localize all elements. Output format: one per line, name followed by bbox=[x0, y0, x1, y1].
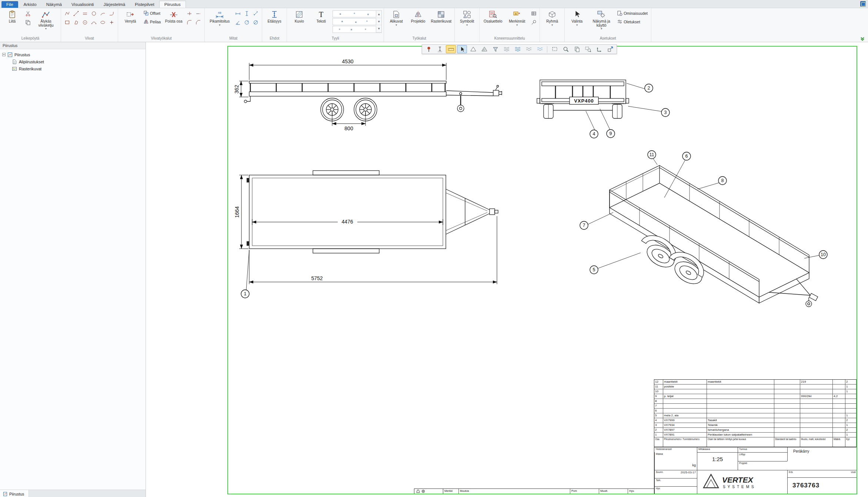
tab-pistepilvet[interactable]: Pistepilvet bbox=[130, 1, 159, 8]
offset-button[interactable]: Offset bbox=[142, 9, 162, 17]
annotation-cursor-button[interactable] bbox=[435, 45, 445, 53]
plan-view[interactable] bbox=[247, 171, 498, 253]
style-swatch-1[interactable] bbox=[333, 10, 376, 17]
copy-button[interactable] bbox=[24, 18, 32, 26]
balloon-2[interactable]: 2 bbox=[627, 83, 653, 92]
vertical-dim-button[interactable] bbox=[243, 9, 251, 17]
ruler-button[interactable] bbox=[446, 45, 456, 53]
bom-table-button[interactable] bbox=[530, 9, 538, 17]
triangle-tool-button[interactable] bbox=[468, 45, 478, 53]
properties-button[interactable]: Ominaisuudet bbox=[615, 9, 649, 17]
model-plate-label[interactable]: VXP400 bbox=[574, 98, 594, 104]
tab-arkisto[interactable]: Arkisto bbox=[19, 1, 41, 8]
parts-list-button[interactable]: Osaluettelo bbox=[481, 9, 504, 34]
tab-jarjestelma[interactable]: Järjestelmä bbox=[99, 1, 130, 8]
horizontal-dim-button[interactable] bbox=[234, 9, 242, 17]
polygon-tool-button[interactable] bbox=[72, 18, 80, 26]
rectangle-tool-button[interactable] bbox=[63, 18, 71, 26]
dim-label-4476[interactable]: 4476 bbox=[341, 219, 353, 225]
pin-button[interactable] bbox=[424, 45, 434, 53]
dimension-1664[interactable] bbox=[239, 175, 248, 249]
polyline-tool-button[interactable] bbox=[63, 9, 71, 17]
diameter-dim-button[interactable] bbox=[251, 18, 260, 26]
marquee-select-button[interactable] bbox=[550, 45, 560, 53]
dimension-4530[interactable] bbox=[249, 63, 446, 80]
gallery-up-icon[interactable]: ▲ bbox=[376, 11, 381, 18]
collapse-icon[interactable] bbox=[2, 53, 6, 56]
balloon-11[interactable]: 11 bbox=[648, 151, 657, 165]
dimension-362[interactable] bbox=[239, 81, 248, 97]
chamfer-tool-button[interactable] bbox=[194, 18, 202, 26]
filter-button[interactable] bbox=[490, 45, 500, 53]
ellipse-tool-button[interactable] bbox=[99, 18, 107, 26]
aligned-dim-button[interactable] bbox=[251, 9, 260, 17]
selection-button[interactable]: Valinta ▼ bbox=[567, 9, 587, 34]
arc-tool-button[interactable] bbox=[99, 9, 107, 17]
text-button[interactable]: T Teksti bbox=[311, 9, 331, 34]
panel-tab-piirustus[interactable]: Piirustus bbox=[0, 490, 29, 497]
balloon-1[interactable]: 1 bbox=[241, 250, 249, 298]
dim-label-362[interactable]: 362 bbox=[234, 85, 240, 94]
angle-dim-button[interactable] bbox=[234, 18, 242, 26]
copy-view-button[interactable] bbox=[572, 45, 582, 53]
side-view[interactable] bbox=[244, 81, 502, 121]
balloon-6[interactable]: 6 bbox=[664, 152, 691, 198]
extend-tool-button[interactable] bbox=[194, 9, 202, 17]
group-button[interactable]: Ryhmä ▼ bbox=[542, 9, 562, 34]
tab-file[interactable]: File bbox=[1, 1, 18, 8]
hatch-triangle-button[interactable] bbox=[479, 45, 489, 53]
fillet-tool-button[interactable] bbox=[185, 18, 193, 26]
gallery-expand-icon[interactable]: ▼ bbox=[376, 25, 381, 33]
tangent-arc-tool-button[interactable] bbox=[107, 9, 116, 17]
annotations-button[interactable]: A Merkinnät ▼ bbox=[505, 9, 528, 34]
app-help-icon[interactable] bbox=[860, 1, 866, 7]
select-arrow-button[interactable] bbox=[457, 45, 467, 53]
balloon-5[interactable]: 5 bbox=[590, 253, 641, 274]
smart-polyline-button[interactable]: Älykäs viivaketju ▼ bbox=[33, 9, 59, 34]
isometric-view[interactable] bbox=[610, 165, 818, 307]
tree-item-alipiirustukset[interactable]: Alipiirustukset bbox=[12, 58, 143, 65]
balloon-tag-button[interactable] bbox=[530, 18, 538, 26]
projection-button[interactable]: Projektio bbox=[408, 9, 428, 34]
move-view-button[interactable] bbox=[605, 45, 615, 53]
dim-label-4530[interactable]: 4530 bbox=[342, 58, 353, 64]
title-block[interactable]: 12maantiekitmaantiekit2192 11posliste1 1… bbox=[654, 379, 857, 494]
dim-label-800[interactable]: 800 bbox=[344, 125, 353, 131]
ribbon-collapse-icon[interactable] bbox=[860, 36, 865, 41]
zoom-window-button[interactable] bbox=[583, 45, 593, 53]
tab-nakyma[interactable]: Näkymä bbox=[41, 1, 67, 8]
tab-piirustus[interactable]: Piirustus bbox=[159, 1, 186, 8]
drawing-sheet[interactable]: 4530 362 800 bbox=[227, 46, 857, 494]
mirror-button[interactable]: Peilaa bbox=[142, 18, 162, 26]
drawing-canvas[interactable]: 4530 362 800 bbox=[146, 42, 868, 497]
distance-button[interactable]: Etäisyys bbox=[264, 9, 285, 34]
stretch-button[interactable]: Venytä bbox=[120, 9, 141, 34]
axes-button[interactable] bbox=[594, 45, 604, 53]
paste-button[interactable]: Liitä bbox=[2, 9, 23, 34]
pattern-button[interactable]: Kuvio bbox=[289, 9, 310, 34]
point-tool-button[interactable] bbox=[107, 18, 116, 26]
gallery-down-icon[interactable]: ▼ bbox=[376, 18, 381, 26]
balloon-8[interactable]: 8 bbox=[698, 177, 727, 189]
layer-waves-button-4[interactable] bbox=[535, 45, 545, 53]
subdrawings-button[interactable]: Alikuvat ▼ bbox=[386, 9, 407, 34]
layer-waves-button-1[interactable] bbox=[501, 45, 511, 53]
balloon-10[interactable]: 10 bbox=[804, 251, 827, 259]
raster-images-button[interactable]: Rasterikuvat bbox=[430, 9, 453, 34]
parallel-lines-tool-button[interactable] bbox=[81, 9, 89, 17]
tree-root-piirustus[interactable]: Piirustus bbox=[2, 51, 143, 58]
arc-3pt-tool-button[interactable] bbox=[90, 18, 98, 26]
zoom-button[interactable] bbox=[561, 45, 571, 53]
view-and-usage-button[interactable]: Näkymä ja käyttö ▼ bbox=[588, 9, 614, 34]
style-swatch-2[interactable] bbox=[333, 18, 376, 25]
cut-button[interactable] bbox=[24, 9, 32, 17]
balloon-4[interactable]: 4 bbox=[586, 111, 598, 138]
dimension-5752[interactable] bbox=[249, 216, 497, 284]
style-swatch-3[interactable] bbox=[333, 26, 376, 33]
trim-tool-button[interactable] bbox=[185, 9, 193, 17]
center-circle-tool-button[interactable] bbox=[81, 18, 89, 26]
symbols-button[interactable]: Symbolit ▼ bbox=[457, 9, 477, 34]
tree-item-rasterikuvat[interactable]: Rasterikuvat bbox=[12, 65, 143, 72]
dimension-800[interactable] bbox=[332, 113, 365, 126]
circle-tool-button[interactable] bbox=[90, 9, 98, 17]
